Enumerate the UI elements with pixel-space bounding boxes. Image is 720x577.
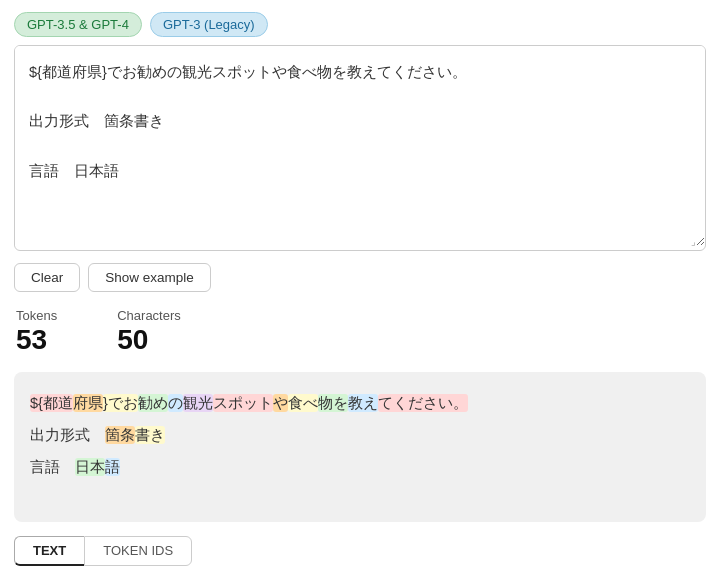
main-container: ${都道府県}でお勧めの観光スポットや食べ物を教えてください。 出力形式 箇条書… xyxy=(0,45,720,566)
token-line-2: 出力形式 箇条書き xyxy=(30,422,690,448)
tab-text[interactable]: TEXT xyxy=(14,536,84,566)
token-highlight: 食べ xyxy=(288,394,318,412)
token-highlight: 観光 xyxy=(183,394,213,412)
token-plain: 出力形式 xyxy=(30,427,105,443)
token-highlight: 物を xyxy=(318,394,348,412)
token-highlight: 教え xyxy=(348,394,378,412)
token-highlight: 勧め xyxy=(138,394,168,412)
characters-stat: Characters 50 xyxy=(117,308,181,356)
show-example-button[interactable]: Show example xyxy=(88,263,211,292)
prompt-textarea-wrapper: ${都道府県}でお勧めの観光スポットや食べ物を教えてください。 出力形式 箇条書… xyxy=(14,45,706,251)
token-highlight: 語 xyxy=(105,458,120,476)
stats-row: Tokens 53 Characters 50 xyxy=(14,308,706,356)
token-highlight: 日本 xyxy=(75,458,105,476)
tab-gpt35-gpt4[interactable]: GPT-3.5 & GPT-4 xyxy=(14,12,142,37)
tokens-label: Tokens xyxy=(16,308,57,323)
token-line-3: 言語 日本語 xyxy=(30,454,690,480)
token-highlight: }でお xyxy=(103,394,138,412)
characters-value: 50 xyxy=(117,325,181,356)
resize-handle: ⌟ xyxy=(691,236,703,248)
token-highlight: スポット xyxy=(213,394,273,412)
token-highlight: 箇条 xyxy=(105,426,135,444)
token-highlight: や xyxy=(273,394,288,412)
tab-token-ids[interactable]: TOKEN IDS xyxy=(84,536,192,566)
action-button-row: Clear Show example xyxy=(14,263,706,292)
token-highlight: ${都道 xyxy=(30,394,73,412)
tab-gpt3-legacy[interactable]: GPT-3 (Legacy) xyxy=(150,12,268,37)
token-highlight: 府県 xyxy=(73,394,103,412)
characters-label: Characters xyxy=(117,308,181,323)
token-plain: 言語 xyxy=(30,459,75,475)
token-display: ${都道府県}でお勧めの観光スポットや食べ物を教えてください。 出力形式 箇条書… xyxy=(14,372,706,522)
prompt-textarea[interactable]: ${都道府県}でお勧めの観光スポットや食べ物を教えてください。 出力形式 箇条書… xyxy=(15,46,705,246)
clear-button[interactable]: Clear xyxy=(14,263,80,292)
token-highlight: てください。 xyxy=(378,394,468,412)
token-highlight: 書き xyxy=(135,426,165,444)
token-highlight: の xyxy=(168,394,183,412)
top-tab-bar: GPT-3.5 & GPT-4 GPT-3 (Legacy) xyxy=(0,0,720,45)
token-line-1: ${都道府県}でお勧めの観光スポットや食べ物を教えてください。 xyxy=(30,390,690,416)
tokens-stat: Tokens 53 xyxy=(16,308,57,356)
bottom-tab-bar: TEXT TOKEN IDS xyxy=(14,536,706,566)
tokens-value: 53 xyxy=(16,325,57,356)
